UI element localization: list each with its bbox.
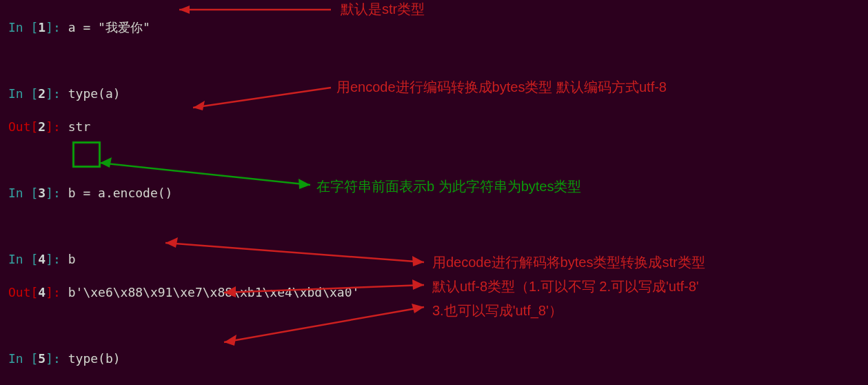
out-line-4: Out[4]: b'\xe6\x88\x91\xe7\x88\xb1\xe4\x…	[8, 284, 359, 301]
in-line-5: In [5]: type(b)	[8, 351, 359, 367]
code-input[interactable]: type(a)	[68, 86, 121, 101]
in-line-4: In [4]: b	[8, 251, 359, 268]
in-label: In [3]:	[8, 186, 68, 200]
annotation-decode-line1: 用decode进行解码将bytes类型转换成str类型	[432, 253, 705, 272]
in-label: In [4]:	[8, 252, 68, 266]
in-label: In [2]:	[8, 86, 68, 101]
code-output: str	[68, 119, 91, 134]
code-output: b'\xe6\x88\x91\xe7\x88\xb1\xe4\xbd\xa0'	[68, 285, 360, 299]
svg-marker-9	[412, 304, 424, 313]
annotation-default-str: 默认是str类型	[341, 0, 425, 19]
blank-line	[8, 317, 359, 334]
out-label: Out[2]:	[8, 119, 68, 134]
annotation-bytes-prefix: 在字符串前面表示b 为此字符串为bytes类型	[316, 177, 581, 196]
code-input[interactable]: b = a.encode()	[68, 186, 173, 200]
ipython-terminal: In [1]: a = "我爱你" In [2]: type(a) Out[2]…	[8, 3, 359, 385]
code-input[interactable]: a = "我爱你"	[68, 20, 150, 34]
blank-line	[8, 218, 359, 235]
code-input[interactable]: type(b)	[68, 351, 121, 366]
highlight-box	[72, 141, 101, 168]
code-input[interactable]: b	[68, 252, 76, 266]
out-line-2: Out[2]: str	[8, 119, 359, 135]
annotation-encode: 用encode进行编码转换成bytes类型 默认编码方式utf-8	[336, 78, 667, 97]
blank-line	[8, 152, 359, 168]
in-line-1: In [1]: a = "我爱你"	[8, 19, 359, 36]
in-label: In [5]:	[8, 351, 68, 366]
in-label: In [1]:	[8, 20, 68, 34]
out-label: Out[4]:	[8, 285, 68, 299]
blank-line	[8, 52, 359, 69]
annotation-decode-line2: 默认utf-8类型（1.可以不写 2.可以写成'utf-8'	[432, 277, 699, 296]
svg-marker-5	[412, 256, 424, 266]
svg-marker-7	[412, 279, 424, 290]
in-line-2: In [2]: type(a)	[8, 86, 359, 102]
in-line-3: In [3]: b = a.encode()	[8, 185, 359, 201]
annotation-decode-line3: 3.也可以写成'utf_8'）	[432, 302, 563, 320]
